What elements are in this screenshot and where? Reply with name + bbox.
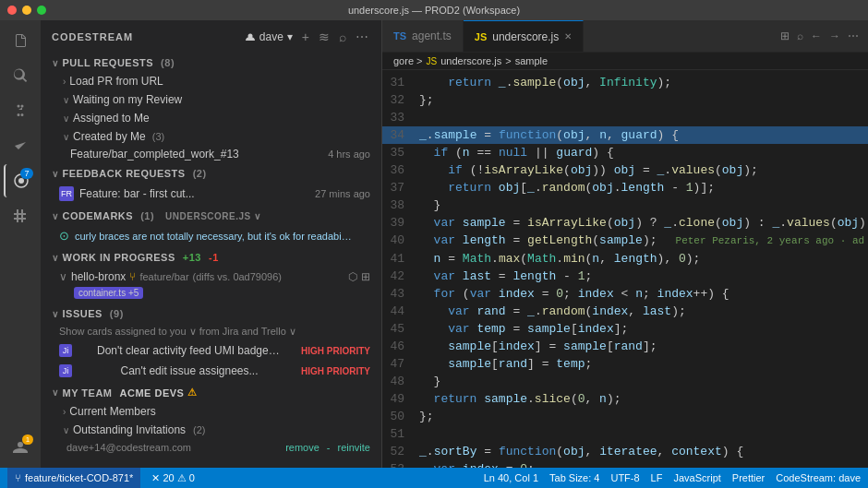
fr-chevron: ∨ — [52, 169, 59, 179]
tab-agent-ts[interactable]: TS agent.ts — [382, 20, 464, 52]
feedback-requests-header[interactable]: ∨ FEEDBACK REQUESTS (2) — [41, 164, 381, 183]
breadcrumb: gore > JS underscore.js > sample — [382, 53, 868, 70]
codestream-status[interactable]: CodeStream: dave — [776, 472, 861, 483]
fr-label: FEEDBACK REQUESTS — [63, 168, 186, 179]
feedback-requests-section: ∨ FEEDBACK REQUESTS (2) FR Feature: bar … — [41, 164, 381, 205]
code-line-40: 40 var length = getLength(sample);Peter … — [382, 232, 868, 250]
source-control-activity-icon[interactable] — [4, 94, 37, 127]
extensions-activity-icon[interactable] — [4, 199, 37, 232]
code-line-37: 37 return obj[_.random(obj.length - 1)]; — [382, 179, 868, 196]
tab-underscore-js[interactable]: JS underscore.js ✕ — [464, 20, 585, 52]
status-right: Ln 40, Col 1 Tab Size: 4 UTF-8 LF JavaSc… — [484, 472, 861, 483]
window-title: underscore.js — PROD2 (Workspace) — [348, 5, 520, 16]
outstanding-invitations-label: Outstanding Invitations — [73, 423, 186, 436]
current-members-label: Current Members — [69, 405, 155, 418]
breadcrumb-prefix: gore > — [393, 55, 423, 66]
issue-title-0: Don't clear activity feed UMI badge when… — [97, 344, 282, 357]
debug-activity-icon[interactable] — [4, 129, 37, 162]
pull-requests-section: ∨ PULL REQUESTS (8) › Load PR from URL ∨… — [41, 54, 381, 162]
feedback-item[interactable]: FR Feature: bar - first cut... 27 mins a… — [41, 183, 381, 205]
error-icon: ✕ — [151, 472, 160, 484]
code-line-49: 49 return sample.slice(0, n); — [382, 390, 868, 408]
breadcrumb-symbol[interactable]: sample — [515, 55, 548, 66]
feedback-item-label: Feature: bar - first cut... — [79, 187, 195, 200]
close-button[interactable] — [7, 6, 17, 15]
title-bar: underscore.js — PROD2 (Workspace) — [0, 0, 868, 20]
line-ending[interactable]: LF — [651, 472, 663, 483]
js-icon: JS — [475, 31, 487, 42]
maximize-button[interactable] — [37, 6, 46, 15]
issues-header[interactable]: ∨ ISSUES (9) — [41, 304, 381, 323]
encoding[interactable]: UTF-8 — [610, 472, 639, 483]
error-count[interactable]: ✕ 20 ⚠ 0 — [151, 472, 194, 484]
feedback-item-time: 27 mins ago — [315, 188, 370, 199]
issue-item-1[interactable]: Ji Can't edit issue assignees... HIGH PR… — [41, 361, 381, 381]
assigned-to-me-item[interactable]: ∨ Assigned to Me — [41, 109, 381, 127]
load-pr-item[interactable]: › Load PR from URL — [41, 72, 381, 90]
fr-count: (2) — [189, 168, 211, 179]
navigate-back-icon[interactable]: ← — [809, 28, 824, 44]
breadcrumb-file[interactable]: underscore.js — [440, 55, 501, 66]
filter-icon-btn[interactable]: ⋯ — [354, 28, 370, 46]
cursor-position[interactable]: Ln 40, Col 1 — [484, 472, 538, 483]
invitation-item[interactable]: dave+14@codestream.com remove - reinvite — [41, 439, 381, 456]
team-warning-icon: ⚠ — [187, 387, 198, 399]
wip-header[interactable]: ∨ WORK IN PROGRESS +13 -1 — [41, 248, 381, 267]
codemark-item[interactable]: ⊙ curly braces are not totally necessary… — [41, 225, 381, 246]
outstanding-invitations-item[interactable]: ∨ Outstanding Invitations (2) — [41, 421, 381, 439]
waiting-review-item[interactable]: ∨ Waiting on my Review — [41, 90, 381, 109]
activity-icon-btn[interactable]: ≋ — [317, 28, 332, 46]
code-line-38: 38 } — [382, 196, 868, 214]
remove-invite-btn[interactable]: remove — [285, 442, 319, 453]
issue-filter[interactable]: Show cards assigned to you ∨ from Jira a… — [41, 323, 381, 340]
issue-item-0[interactable]: Ji Don't clear activity feed UMI badge w… — [41, 340, 381, 361]
account-badge: 1 — [22, 434, 33, 445]
my-team-label: MY TEAM — [63, 387, 113, 399]
wip-item[interactable]: ∨ hello-bronx ⑂ feature/bar (diffs vs. 0… — [41, 267, 381, 303]
search-activity-icon[interactable] — [4, 59, 37, 92]
branch-indicator[interactable]: ⑂ feature/ticket-COD-871* — [7, 468, 140, 488]
my-team-section: ∨ MY TEAM Acme Devs ⚠ › Current Members … — [41, 383, 381, 456]
user-selector[interactable]: dave ▾ — [245, 30, 293, 43]
tab-close-btn[interactable]: ✕ — [564, 31, 572, 42]
window-controls[interactable] — [7, 6, 46, 15]
files-activity-icon[interactable] — [4, 24, 37, 57]
issues-label: ISSUES — [63, 308, 102, 319]
search-editor-icon[interactable]: ⌕ — [795, 28, 805, 44]
search-icon-btn[interactable]: ⌕ — [337, 28, 348, 46]
code-line-42: 42 var last = length - 1; — [382, 268, 868, 285]
compose-icon[interactable]: + — [300, 28, 311, 46]
codemarks-header[interactable]: ∨ CODEMARKS (1) underscore.js ∨ — [41, 207, 381, 225]
code-line-41: 41 n = Math.max(Math.min(n, length), 0); — [382, 250, 868, 268]
code-line-43: 43 for (var index = 0; index < n; index+… — [382, 285, 868, 303]
created-by-me-item[interactable]: ∨ Created by Me (3) — [41, 127, 381, 146]
pull-requests-header[interactable]: ∨ PULL REQUESTS (8) — [41, 54, 381, 72]
pr-sub-item[interactable]: Feature/bar_completed_work_#13 4 hrs ago — [41, 146, 381, 162]
code-line-51: 51 — [382, 425, 868, 443]
formatter[interactable]: Prettier — [732, 472, 765, 483]
codestream-activity-icon[interactable]: 7 — [4, 164, 37, 197]
reinvite-btn[interactable]: reinvite — [338, 442, 370, 453]
split-editor-icon[interactable]: ⊞ — [778, 28, 791, 44]
outstanding-invitations-count: (2) — [193, 424, 205, 435]
tab-size[interactable]: Tab Size: 4 — [549, 472, 599, 483]
pr-sub-title: Feature/bar_completed_work_#13 — [70, 148, 239, 161]
assigned-to-me-label: Assigned to Me — [73, 112, 150, 125]
account-activity-icon[interactable]: 1 — [4, 431, 37, 464]
issue-title-1: Can't edit issue assignees... — [120, 364, 258, 377]
cm-file: underscore.js ∨ — [165, 211, 260, 221]
current-members-item[interactable]: › Current Members — [41, 402, 381, 421]
navigate-forward-icon[interactable]: → — [827, 28, 842, 44]
my-team-header[interactable]: ∨ MY TEAM Acme Devs ⚠ — [41, 383, 381, 402]
language-mode[interactable]: JavaScript — [673, 472, 720, 483]
more-actions-icon[interactable]: ⋯ — [846, 28, 861, 44]
sidebar-actions: + ≋ ⌕ ⋯ — [300, 28, 370, 46]
wip-deletions: -1 — [209, 252, 219, 263]
code-line-33: 33 — [382, 109, 868, 126]
minimize-button[interactable] — [22, 6, 31, 15]
wip-branch-chevron: ∨ — [59, 270, 67, 283]
code-line-34: 34 _.sample = function(obj, n, guard) { — [382, 126, 868, 144]
code-editor[interactable]: 31 return _.sample(obj, Infinity); 32 };… — [382, 70, 868, 468]
wip-file[interactable]: container.ts +5 — [59, 285, 370, 299]
code-line-39: 39 var sample = isArrayLike(obj) ? _.clo… — [382, 214, 868, 232]
